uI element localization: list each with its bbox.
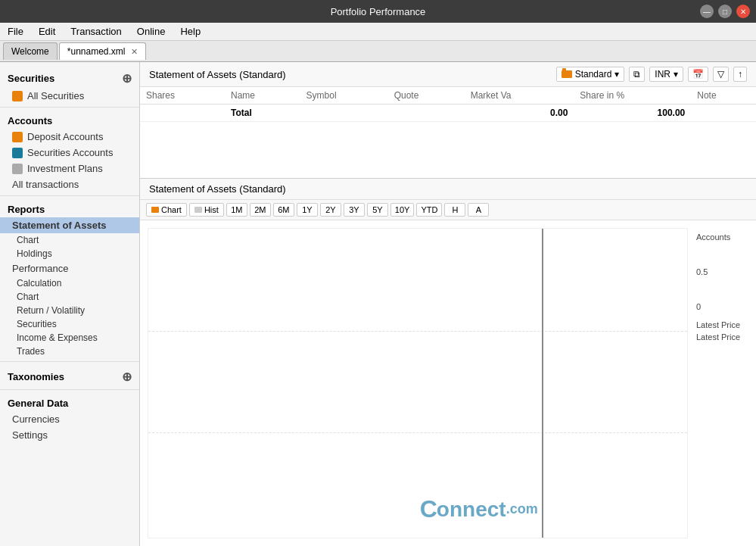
sidebar-item-return-volatility[interactable]: Return / Volatility (0, 304, 139, 317)
minimize-button[interactable]: — (700, 5, 714, 18)
total-shares-cell (140, 105, 225, 122)
sidebar-item-trades[interactable]: Trades (0, 345, 139, 358)
chart-label-latest1: Latest Price (696, 319, 751, 331)
col-name: Name (225, 87, 300, 105)
time-2y-button[interactable]: 2Y (320, 203, 341, 217)
top-panel-header: Statement of Assets (Standard) Standard … (140, 62, 756, 87)
time-10y-button[interactable]: 10Y (390, 203, 415, 217)
time-ytd-button[interactable]: YTD (416, 203, 442, 217)
calendar-button[interactable]: 📅 (688, 67, 708, 82)
sidebar-item-statement-of-assets[interactable]: Statement of Assets (0, 217, 139, 233)
bottom-panel: Statement of Assets (Standard) Chart His… (140, 179, 756, 546)
menu-edit[interactable]: Edit (31, 24, 63, 39)
chart-label-value1: 0.5 (696, 266, 751, 278)
chart-button[interactable]: Chart (146, 203, 187, 217)
sidebar-item-all-transactions[interactable]: All transactions (0, 176, 139, 192)
chevron-down-icon: ▾ (614, 69, 619, 80)
general-data-section-label: General Data (8, 398, 68, 409)
total-label-cell: Total (225, 105, 300, 122)
time-a-button[interactable]: A (468, 203, 489, 217)
menu-bar: File Edit Transaction Online Help (0, 23, 756, 41)
restore-button[interactable]: □ (718, 5, 732, 18)
tab-welcome[interactable]: Welcome (3, 42, 58, 60)
sidebar-item-securities-accounts[interactable]: Securities Accounts (0, 145, 139, 161)
tab-bar: Welcome *unnamed.xml ✕ (0, 41, 756, 62)
total-quote-cell (388, 105, 465, 122)
assets-table: Shares Name Symbol Quote Market Va Share… (140, 87, 756, 122)
currency-chevron-icon: ▾ (674, 69, 678, 80)
table-header-row: Shares Name Symbol Quote Market Va Share… (140, 87, 756, 105)
col-market-value: Market Va (465, 87, 574, 105)
sidebar-item-investment-plans[interactable]: Investment Plans (0, 161, 139, 176)
menu-file[interactable]: File (0, 24, 31, 39)
deposit-accounts-icon (12, 132, 23, 142)
tab-unnamed[interactable]: *unnamed.xml ✕ (59, 42, 146, 60)
sidebar-divider-1 (0, 107, 139, 108)
time-1y-button[interactable]: 1Y (297, 203, 318, 217)
sidebar-item-settings[interactable]: Settings (0, 427, 139, 443)
sidebar-item-holdings[interactable]: Holdings (0, 247, 139, 261)
add-taxonomies-button[interactable]: ⊕ (122, 370, 132, 384)
top-panel: Statement of Assets (Standard) Standard … (140, 62, 756, 179)
menu-online[interactable]: Online (129, 24, 173, 39)
close-button[interactable]: ✕ (736, 5, 750, 18)
performance-label: Performance (12, 263, 68, 274)
taxonomies-section-header: Taxonomies ⊕ (0, 365, 139, 386)
tab-welcome-label: Welcome (11, 46, 49, 57)
sidebar-item-securities[interactable]: Securities (0, 317, 139, 331)
content-area: Statement of Assets (Standard) Standard … (140, 62, 756, 546)
sidebar-item-performance[interactable]: Performance (0, 261, 139, 276)
currency-dropdown[interactable]: INR ▾ (649, 67, 683, 82)
filter-button[interactable]: ▽ (713, 67, 729, 82)
dropdown-label: Standard (575, 69, 612, 80)
hist-button-label: Hist (204, 205, 219, 214)
sidebar-item-all-securities[interactable]: All Securities (0, 88, 139, 104)
currency-label: INR (655, 69, 670, 80)
sidebar-item-calculation[interactable]: Calculation (0, 276, 139, 290)
standard-dropdown[interactable]: Standard ▾ (556, 67, 625, 82)
securities-label: Securities (17, 319, 57, 329)
general-data-section-header: General Data (0, 393, 139, 411)
menu-transaction[interactable]: Transaction (63, 24, 129, 39)
reports-section-header: Reports (0, 199, 139, 217)
sidebar-item-chart-2[interactable]: Chart (0, 290, 139, 304)
main-layout: Securities ⊕ All Securities Accounts Dep… (0, 62, 756, 546)
time-1m-button[interactable]: 1M (226, 203, 247, 217)
menu-help[interactable]: Help (173, 24, 208, 39)
chart-1-label: Chart (17, 235, 39, 245)
total-symbol-cell (300, 105, 388, 122)
top-panel-title: Statement of Assets (Standard) (149, 69, 550, 80)
time-5y-button[interactable]: 5Y (367, 203, 388, 217)
sidebar-item-income-expenses[interactable]: Income & Expenses (0, 331, 139, 345)
window-title: Portfolio Performance (331, 6, 426, 17)
accounts-section-header: Accounts (0, 111, 139, 129)
chart-grid (148, 228, 688, 538)
time-6m-button[interactable]: 6M (273, 203, 294, 217)
time-h-button[interactable]: H (444, 203, 465, 217)
accounts-section-label: Accounts (8, 115, 52, 126)
table-container: Shares Name Symbol Quote Market Va Share… (140, 87, 756, 178)
sidebar-item-deposit-accounts[interactable]: Deposit Accounts (0, 129, 139, 145)
sidebar-item-chart-1[interactable]: Chart (0, 233, 139, 247)
all-securities-icon (12, 91, 23, 101)
investment-plans-label: Investment Plans (27, 163, 103, 174)
all-securities-label: All Securities (27, 90, 84, 101)
new-window-button[interactable]: ⧉ (629, 67, 645, 82)
add-securities-button[interactable]: ⊕ (122, 71, 132, 86)
deposit-accounts-label: Deposit Accounts (27, 131, 103, 142)
time-2m-button[interactable]: 2M (250, 203, 271, 217)
sidebar-item-currencies[interactable]: Currencies (0, 411, 139, 427)
col-symbol: Symbol (300, 87, 388, 105)
export-button[interactable]: ↑ (733, 67, 747, 82)
total-share-pct-cell: 100.00 (574, 105, 691, 122)
time-3y-button[interactable]: 3Y (344, 203, 365, 217)
tab-close-icon[interactable]: ✕ (131, 47, 138, 56)
col-shares: Shares (140, 87, 225, 105)
currencies-label: Currencies (12, 413, 60, 425)
hist-button[interactable]: Hist (189, 203, 224, 217)
folder-icon (562, 70, 572, 78)
reports-section-label: Reports (8, 204, 45, 215)
all-transactions-label: All transactions (12, 179, 79, 190)
securities-section-label: Securities (8, 73, 54, 84)
tab-unnamed-label: *unnamed.xml (67, 46, 126, 57)
